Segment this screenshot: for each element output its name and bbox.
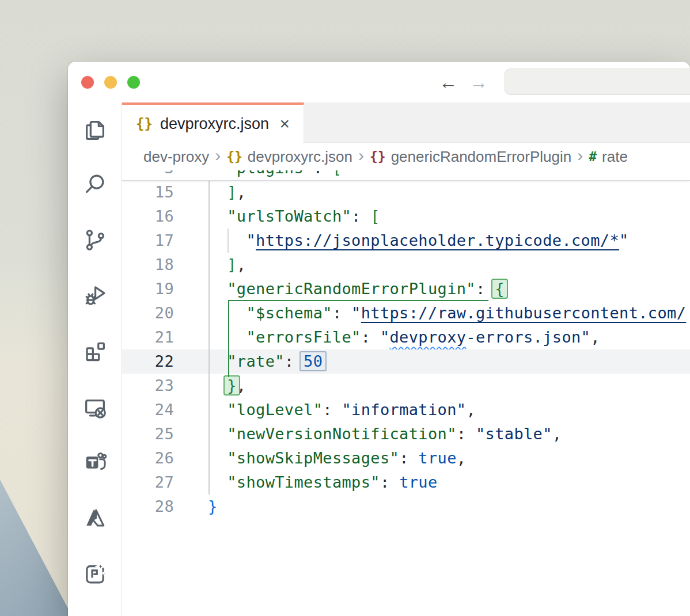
code-line-20[interactable]: 20 "$schema": "https://raw.githubusercon… xyxy=(122,301,690,325)
command-center-search-input[interactable] xyxy=(505,69,690,95)
line-content: } xyxy=(182,495,690,519)
line-number: 24 xyxy=(122,398,182,422)
debug-play-bug-icon xyxy=(82,282,108,309)
line-number: 3 xyxy=(122,170,182,180)
code-line-15[interactable]: 15 ], xyxy=(122,180,690,204)
bracket-pair-guide-horizontal xyxy=(228,300,488,301)
line-content: "newVersionNotification": "stable", xyxy=(182,422,690,446)
json-braces-icon: {} xyxy=(136,116,153,132)
traffic-light-minimize-button[interactable] xyxy=(104,76,117,89)
activity-item-run-debug[interactable] xyxy=(82,282,108,309)
indent-guide xyxy=(228,229,229,253)
tab-devproxyrc-json[interactable]: {} devproxyrc.json × xyxy=(122,102,304,143)
line-content: "rate": 50 xyxy=(182,349,690,374)
line-content: "errorsFile": "devproxy-errors.json", xyxy=(182,325,690,349)
editor-group: {} devproxyrc.json × dev-proxy›{}devprox… xyxy=(122,102,690,616)
line-content: "showSkipMessages": true, xyxy=(182,446,690,470)
json-braces-icon: {} xyxy=(226,149,242,164)
back-arrow-icon[interactable]: ← xyxy=(435,71,461,94)
line-number: 18 xyxy=(122,253,182,277)
line-number: 28 xyxy=(122,495,182,519)
code-line-26[interactable]: 26 "showSkipMessages": true, xyxy=(122,446,690,470)
breadcrumb-label: devproxyrc.json xyxy=(248,148,352,166)
breadcrumb-separator: › xyxy=(577,146,583,165)
activity-bar xyxy=(68,102,122,616)
code-line-28[interactable]: 28} xyxy=(122,495,690,519)
breadcrumb-separator: › xyxy=(215,146,221,165)
code-line-17[interactable]: 17 "https://jsonplaceholder.typicode.com… xyxy=(122,229,690,253)
activity-item-source-control[interactable] xyxy=(82,227,108,253)
code-area: 15 ],16 "urlsToWatch": [17 "https://json… xyxy=(122,180,690,616)
code-line-22[interactable]: 22 "rate": 50 xyxy=(122,349,690,374)
line-content: ], xyxy=(182,253,690,277)
search-icon xyxy=(82,171,108,197)
sticky-scroll-line[interactable]: 3 "plugins": [ xyxy=(122,170,690,181)
code-line-21[interactable]: 21 "errorsFile": "devproxy-errors.json", xyxy=(122,325,690,349)
ai-sparkle-icon xyxy=(82,560,108,586)
code-line-16[interactable]: 16 "urlsToWatch": [ xyxy=(122,204,690,229)
code-line-25[interactable]: 25 "newVersionNotification": "stable", xyxy=(122,422,690,446)
breadcrumb-label: genericRandomErrorPlugin xyxy=(391,148,572,166)
breadcrumb-item-dev-proxy[interactable]: dev-proxy xyxy=(143,148,209,166)
code-line-18[interactable]: 18 ], xyxy=(122,253,690,277)
code-line-24[interactable]: 24 "logLevel": "information", xyxy=(122,398,690,422)
line-number: 20 xyxy=(122,301,182,325)
line-number: 23 xyxy=(122,374,182,398)
line-content: "logLevel": "information", xyxy=(182,398,690,422)
azure-icon xyxy=(82,504,108,531)
tab-strip xyxy=(304,102,690,143)
teams-icon xyxy=(82,449,108,476)
files-icon xyxy=(82,117,108,143)
line-content: "urlsToWatch": [ xyxy=(182,204,690,229)
breadcrumb-separator: › xyxy=(358,146,364,165)
line-number: 26 xyxy=(122,446,182,470)
breadcrumb: dev-proxy›{}devproxyrc.json›{}genericRan… xyxy=(122,143,690,170)
activity-item-azure[interactable] xyxy=(82,504,108,531)
line-number: 19 xyxy=(122,277,182,301)
tab-label: devproxyrc.json xyxy=(160,115,269,133)
breadcrumb-label: dev-proxy xyxy=(143,148,209,166)
line-content: "https://jsonplaceholder.typicode.com/*" xyxy=(182,229,690,253)
remote-monitor-icon xyxy=(82,395,108,421)
line-number: 17 xyxy=(122,229,182,253)
forward-arrow-icon[interactable]: → xyxy=(466,71,491,94)
line-content: ], xyxy=(182,180,690,204)
breadcrumb-item-devproxyrc.json[interactable]: {}devproxyrc.json xyxy=(226,148,352,166)
line-number: 16 xyxy=(122,204,182,229)
line-content: "genericRandomErrorPlugin": { xyxy=(182,277,690,301)
line-number: 27 xyxy=(122,470,182,495)
activity-item-search[interactable] xyxy=(82,171,108,197)
code-line-27[interactable]: 27 "showTimestamps": true xyxy=(122,470,690,495)
line-content: "plugins": [ xyxy=(182,170,690,180)
code-line-3[interactable]: 3 "plugins": [ xyxy=(122,170,690,180)
extensions-icon xyxy=(82,339,108,365)
bracket-pair-guide-vertical xyxy=(228,300,229,377)
json-braces-icon: {} xyxy=(370,149,386,164)
line-number: 21 xyxy=(122,325,182,349)
activity-item-ai-sparkle[interactable] xyxy=(82,560,108,586)
line-number: 22 xyxy=(122,349,182,374)
breadcrumb-item-rate[interactable]: #rate xyxy=(589,148,628,166)
close-icon[interactable]: × xyxy=(279,115,290,132)
line-number: 25 xyxy=(122,422,182,446)
vscode-window: ← → xyxy=(68,62,690,616)
title-bar: ← → xyxy=(68,62,690,102)
activity-item-explorer[interactable] xyxy=(82,117,108,143)
symbol-number-icon: # xyxy=(589,149,597,164)
breadcrumb-label: rate xyxy=(602,148,628,166)
traffic-light-zoom-button[interactable] xyxy=(127,76,140,89)
activity-item-extensions[interactable] xyxy=(82,339,108,365)
git-branch-icon xyxy=(82,227,108,253)
desktop: ← → xyxy=(0,0,690,616)
traffic-light-close-button[interactable] xyxy=(81,76,94,89)
breadcrumb-item-genericRandomErrorPlugin[interactable]: {}genericRandomErrorPlugin xyxy=(370,148,571,166)
activity-item-teams-toolkit[interactable] xyxy=(82,449,108,476)
activity-item-remote-explorer[interactable] xyxy=(82,395,108,421)
line-number: 15 xyxy=(122,180,182,204)
line-content: }, xyxy=(182,374,690,398)
line-content: "$schema": "https://raw.githubuserconten… xyxy=(182,301,690,325)
code-line-23[interactable]: 23 }, xyxy=(122,374,690,398)
indent-guide xyxy=(208,180,210,495)
line-content: "showTimestamps": true xyxy=(182,470,690,495)
code-line-19[interactable]: 19 "genericRandomErrorPlugin": { xyxy=(122,277,690,301)
